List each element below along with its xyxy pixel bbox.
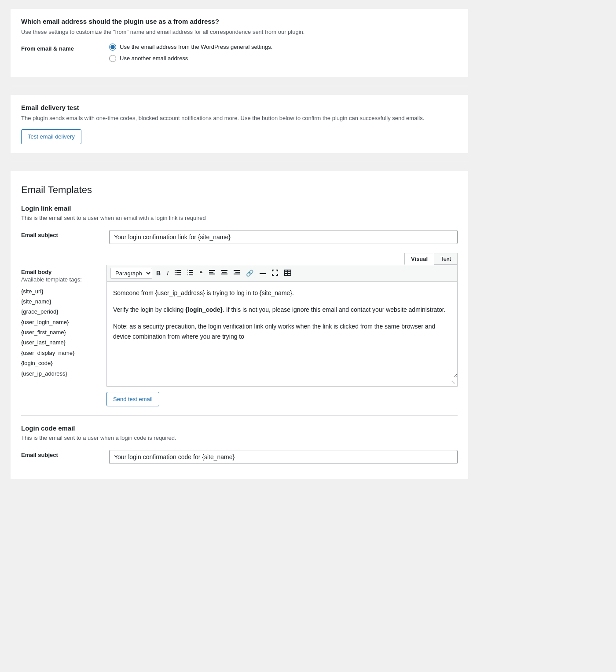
tag-login-code: {login_code} — [21, 358, 96, 368]
align-center-button[interactable] — [219, 269, 230, 278]
svg-rect-19 — [235, 272, 240, 273]
svg-rect-21 — [260, 273, 266, 274]
email-subject-row: Email subject — [21, 230, 458, 244]
editor-para-2: Verify the login by clicking {login_code… — [113, 305, 451, 314]
svg-rect-17 — [221, 274, 227, 274]
email-body-section: Email body Available template tags: {sit… — [21, 253, 458, 407]
resize-icon: ⤡ — [451, 379, 455, 385]
table-button[interactable] — [282, 268, 293, 278]
svg-rect-0 — [176, 270, 181, 271]
from-email-form-row: From email & name Use the email address … — [21, 44, 458, 66]
template-tags-list: {site_url} {site_name} {grace_period} {u… — [21, 286, 96, 379]
email-subject-control — [109, 230, 458, 244]
svg-rect-27 — [287, 270, 288, 276]
editor-wrapper: Visual Text Paragraph Heading 1 Heading … — [106, 253, 458, 407]
tag-user-last-name: {user_last_name} — [21, 337, 96, 347]
divider-2 — [11, 162, 468, 162]
svg-rect-12 — [209, 270, 215, 271]
login-link-email-heading: Login link email — [21, 205, 458, 212]
from-email-control: Use the email address from the WordPress… — [109, 44, 458, 66]
tag-user-login-name: {user_login_name} — [21, 317, 96, 327]
editor-body[interactable]: Someone from {user_ip_address} is trying… — [106, 281, 458, 378]
login-code-email-desc: This is the email sent to a user when a … — [21, 435, 458, 441]
svg-text:3: 3 — [187, 274, 188, 276]
blockquote-button[interactable]: ❝ — [197, 269, 205, 278]
radio-another-email[interactable] — [109, 55, 116, 62]
tag-grace-period: {grace_period} — [21, 307, 96, 317]
resize-handle: ⤡ — [106, 378, 458, 387]
tags-column: Email body Available template tags: {sit… — [21, 253, 96, 379]
email-templates-section: Email Templates Login link email This is… — [11, 171, 468, 479]
login-code-email-subsection: Login code email This is the email sent … — [21, 424, 458, 464]
radio-wp-settings[interactable] — [109, 44, 116, 51]
send-test-email-button[interactable]: Send test email — [106, 392, 159, 407]
template-tags-label: Available template tags: — [21, 276, 96, 283]
radio-option-1[interactable]: Use the email address from the WordPress… — [109, 44, 458, 51]
svg-rect-6 — [189, 270, 193, 271]
tag-site-url: {site_url} — [21, 286, 96, 296]
login-code-email-subject-control — [109, 450, 458, 464]
login-code-email-subject-label: Email subject — [21, 450, 109, 458]
svg-rect-16 — [222, 272, 227, 273]
radio-option-1-label: Use the email address from the WordPress… — [120, 44, 272, 50]
align-left-button[interactable] — [207, 269, 217, 278]
from-email-label: From email & name — [21, 44, 109, 52]
ul-button[interactable] — [172, 268, 183, 278]
page-container: Which email address should the plugin us… — [11, 9, 468, 479]
tab-text[interactable]: Text — [434, 253, 458, 265]
email-delivery-section: Email delivery test The plugin sends ema… — [11, 95, 468, 153]
from-email-heading: Which email address should the plugin us… — [21, 18, 458, 25]
editor-para-1: Someone from {user_ip_address} is trying… — [113, 288, 451, 298]
tag-user-ip-address: {user_ip_address} — [21, 369, 96, 379]
bold-button[interactable]: B — [154, 269, 163, 278]
tab-visual[interactable]: Visual — [404, 253, 434, 265]
hr-button[interactable] — [257, 269, 268, 278]
svg-rect-15 — [221, 270, 227, 271]
fullscreen-button[interactable] — [270, 268, 280, 278]
from-email-section: Which email address should the plugin us… — [11, 9, 468, 77]
login-link-email-desc: This is the email sent to a user when an… — [21, 215, 458, 221]
svg-rect-7 — [189, 272, 193, 273]
login-code-tag: {login_code} — [185, 306, 223, 313]
email-body-label: Email body — [21, 269, 96, 275]
email-subject-label: Email subject — [21, 230, 109, 238]
login-link-email-subsection: Login link email This is the email sent … — [21, 205, 458, 407]
editor-tabs: Visual Text — [106, 253, 458, 265]
tag-user-display-name: {user_display_name} — [21, 348, 96, 358]
svg-rect-3 — [175, 272, 176, 273]
login-code-email-heading: Login code email — [21, 424, 458, 432]
editor-para-3: Note: as a security precaution, the logi… — [113, 321, 451, 341]
ol-button[interactable]: 123 — [185, 268, 195, 278]
svg-rect-5 — [175, 274, 176, 275]
svg-rect-18 — [234, 270, 240, 271]
svg-rect-2 — [176, 272, 181, 273]
test-email-delivery-button[interactable]: Test email delivery — [21, 129, 81, 144]
login-code-email-subject-input[interactable] — [109, 450, 458, 464]
svg-rect-8 — [189, 274, 193, 275]
svg-rect-4 — [176, 274, 181, 275]
login-code-email-subject-row: Email subject — [21, 450, 458, 464]
italic-button[interactable]: I — [165, 269, 171, 278]
align-right-button[interactable] — [231, 269, 242, 278]
svg-rect-20 — [234, 274, 240, 274]
radio-option-2-label: Use another email address — [120, 55, 188, 62]
svg-rect-14 — [209, 274, 215, 274]
divider-3 — [21, 415, 458, 416]
svg-rect-28 — [290, 270, 291, 276]
tag-user-first-name: {user_first_name} — [21, 327, 96, 337]
tag-site-name: {site_name} — [21, 296, 96, 307]
body-row: Email body Available template tags: {sit… — [21, 253, 458, 407]
editor-toolbar: Paragraph Heading 1 Heading 2 Heading 3 … — [106, 265, 458, 281]
email-subject-input[interactable] — [109, 230, 458, 244]
divider-1 — [11, 86, 468, 86]
radio-option-2[interactable]: Use another email address — [109, 55, 458, 62]
svg-rect-26 — [284, 270, 285, 276]
email-delivery-desc: The plugin sends emails with one-time co… — [21, 114, 458, 123]
email-delivery-heading: Email delivery test — [21, 104, 458, 111]
svg-rect-13 — [209, 272, 213, 273]
paragraph-select[interactable]: Paragraph Heading 1 Heading 2 Heading 3 — [110, 268, 152, 279]
from-email-desc: Use these settings to customize the "fro… — [21, 28, 458, 37]
svg-rect-1 — [175, 270, 176, 271]
link-button[interactable]: 🔗 — [244, 269, 256, 278]
email-templates-heading: Email Templates — [21, 184, 458, 196]
